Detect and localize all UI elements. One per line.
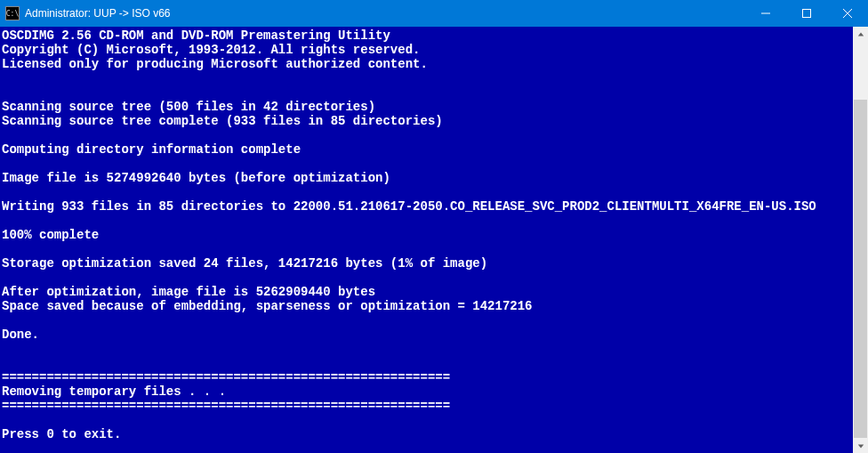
scroll-down-button[interactable]	[853, 438, 868, 453]
scroll-up-button[interactable]	[853, 27, 868, 42]
svg-rect-1	[803, 10, 811, 18]
cmd-icon: C:\	[5, 6, 20, 20]
close-button[interactable]	[827, 0, 868, 27]
terminal-output[interactable]: OSCDIMG 2.56 CD-ROM and DVD-ROM Premaste…	[0, 27, 868, 441]
titlebar-controls	[745, 0, 868, 27]
minimize-button[interactable]	[745, 0, 786, 27]
titlebar-left: C:\ Administrator: UUP -> ISO v66	[0, 6, 171, 20]
titlebar[interactable]: C:\ Administrator: UUP -> ISO v66	[0, 0, 868, 27]
scroll-track[interactable]	[853, 42, 868, 438]
scroll-thumb[interactable]	[854, 100, 867, 438]
window-title: Administrator: UUP -> ISO v66	[25, 7, 171, 20]
vertical-scrollbar[interactable]	[853, 27, 868, 453]
maximize-button[interactable]	[786, 0, 827, 27]
